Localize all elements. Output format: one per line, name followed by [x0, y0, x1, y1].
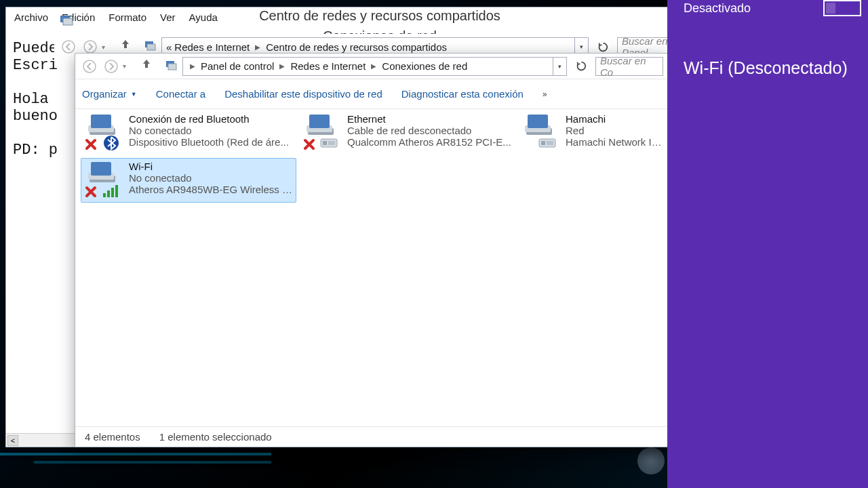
organize-label: Organizar	[82, 88, 127, 100]
item-count: 4 elementos	[85, 431, 140, 443]
disconnected-x-icon	[302, 138, 316, 151]
svg-rect-25	[547, 141, 553, 145]
command-bar: Organizar ▼ Conectar a Deshabilitar este…	[75, 79, 667, 109]
adapter-texts: Ethernet Cable de red desconectado Qualc…	[347, 113, 511, 148]
network-connections-window: ▾ ▶ Panel de control ▶ Redes e Internet …	[75, 53, 668, 447]
adapter-name: Ethernet	[347, 113, 511, 125]
adapter-texts: Conexión de red Bluetooth No conectado D…	[129, 113, 293, 148]
svg-point-7	[105, 60, 117, 73]
bluetooth-icon	[102, 135, 121, 151]
menu-view[interactable]: Ver	[153, 10, 182, 24]
desktop-decoration	[0, 453, 271, 455]
svg-rect-9	[168, 64, 176, 70]
adapter-icon-group	[84, 113, 125, 151]
adapter-name: Conexión de red Bluetooth	[129, 113, 293, 125]
svg-rect-31	[111, 188, 114, 197]
organize-menu[interactable]: Organizar ▼	[82, 88, 137, 100]
notepad-menubar: Archivo Edición Formato Ver Ayuda	[6, 7, 669, 26]
adapter-item-wifi[interactable]: Wi-Fi No conectado Atheros AR9485WB-EG W…	[81, 158, 296, 203]
notepad-text[interactable]: Puede Escri Hola bueno PD: p	[13, 40, 58, 159]
adapter-device: Atheros AR9485WB-EG Wireless N...	[129, 184, 293, 195]
selection-count: 1 elemento seleccionado	[159, 431, 272, 443]
breadcrumb[interactable]: Redes e Internet	[289, 60, 367, 72]
svg-rect-24	[541, 141, 545, 145]
control-panel-icon	[165, 59, 180, 74]
up-button[interactable]	[140, 58, 158, 75]
address-bar-row: ▾ ▶ Panel de control ▶ Redes e Internet …	[75, 54, 667, 79]
svg-rect-32	[115, 185, 118, 197]
menu-format[interactable]: Formato	[102, 10, 153, 24]
adapter-item-hamachi[interactable]: Hamachi Red Hamachi Network Int...	[517, 110, 667, 155]
overflow-chevron-icon[interactable]: »	[542, 89, 547, 99]
svg-rect-1	[63, 18, 73, 25]
wifi-section-title: Wi-Fi (Desconectado)	[684, 26, 868, 78]
adapter-name: Hamachi	[566, 113, 663, 125]
svg-rect-22	[528, 115, 548, 128]
adapter-device: Hamachi Network Int...	[566, 136, 663, 148]
airplane-mode-toggle[interactable]	[823, 0, 861, 16]
breadcrumb[interactable]: Panel de control	[199, 60, 275, 72]
connect-to-button[interactable]: Conectar a	[156, 88, 205, 100]
networks-flyout[interactable]: Desactivado Wi-Fi (Desconectado)	[667, 0, 868, 488]
back-button[interactable]	[79, 57, 100, 76]
wifi-signal-icon	[102, 182, 121, 199]
adapters-list[interactable]: Conexión de red Bluetooth No conectado D…	[75, 109, 667, 426]
adapter-name: Wi-Fi	[129, 161, 293, 172]
forward-button[interactable]	[101, 57, 121, 76]
adapter-icon-group	[521, 113, 561, 151]
chevron-down-icon: ▼	[131, 91, 137, 98]
search-input[interactable]: Buscar en Co	[595, 57, 663, 76]
address-dropdown[interactable]: ▾	[553, 57, 567, 76]
nav-history-dropdown[interactable]: ▾	[123, 62, 132, 70]
adapter-device: Dispositivo Bluetooth (Red de áre...	[129, 136, 293, 148]
airplane-mode-label: Desactivado	[684, 1, 751, 16]
svg-rect-30	[107, 190, 110, 197]
desktop-decoration	[34, 461, 271, 464]
adapter-texts: Wi-Fi No conectado Atheros AR9485WB-EG W…	[129, 161, 293, 195]
adapter-item-ethernet[interactable]: Ethernet Cable de red desconectado Qualc…	[299, 110, 515, 155]
airplane-mode-row: Desactivado	[684, 0, 868, 26]
adapter-item-bluetooth[interactable]: Conexión de red Bluetooth No conectado D…	[81, 110, 296, 155]
scroll-left-button[interactable]: <	[7, 435, 18, 446]
chevron-right-icon: ▶	[275, 62, 289, 70]
status-bar: 4 elementos 1 elemento seleccionado	[75, 426, 667, 447]
disconnected-x-icon	[84, 138, 98, 151]
svg-rect-12	[91, 115, 111, 128]
adapter-texts: Hamachi Red Hamachi Network Int...	[566, 113, 663, 148]
svg-rect-16	[309, 115, 330, 128]
adapter-status: Cable de red desconectado	[347, 125, 511, 136]
toggle-knob	[826, 3, 835, 14]
adapter-icon-group	[84, 161, 125, 199]
menu-help[interactable]: Ayuda	[182, 10, 224, 24]
svg-rect-18	[323, 141, 327, 145]
desktop-decoration	[637, 447, 665, 474]
chevron-right-icon: ▶	[186, 62, 199, 70]
diagnose-connection-button[interactable]: Diagnosticar esta conexión	[401, 88, 524, 100]
address-bar[interactable]: ▶ Panel de control ▶ Redes e Internet ▶ …	[182, 57, 553, 76]
svg-point-6	[83, 60, 96, 73]
svg-rect-19	[328, 141, 335, 145]
refresh-button[interactable]	[571, 57, 591, 76]
adapter-status: Red	[566, 125, 663, 136]
chevron-right-icon: ▶	[367, 62, 380, 70]
menu-file[interactable]: Archivo	[7, 10, 55, 24]
breadcrumb[interactable]: Conexiones de red	[380, 60, 469, 72]
disable-device-button[interactable]: Deshabilitar este dispositivo de red	[224, 88, 382, 100]
disconnected-x-icon	[84, 185, 98, 199]
adapter-icon-group	[302, 113, 343, 151]
nic-card-icon	[538, 135, 557, 151]
nic-card-icon	[320, 135, 339, 151]
svg-rect-29	[103, 193, 106, 197]
window-icon	[59, 13, 75, 29]
svg-rect-28	[91, 162, 111, 176]
adapter-device: Qualcomm Atheros AR8152 PCI-E...	[347, 136, 511, 148]
adapter-status: No conectado	[129, 172, 293, 184]
adapter-status: No conectado	[129, 125, 293, 136]
